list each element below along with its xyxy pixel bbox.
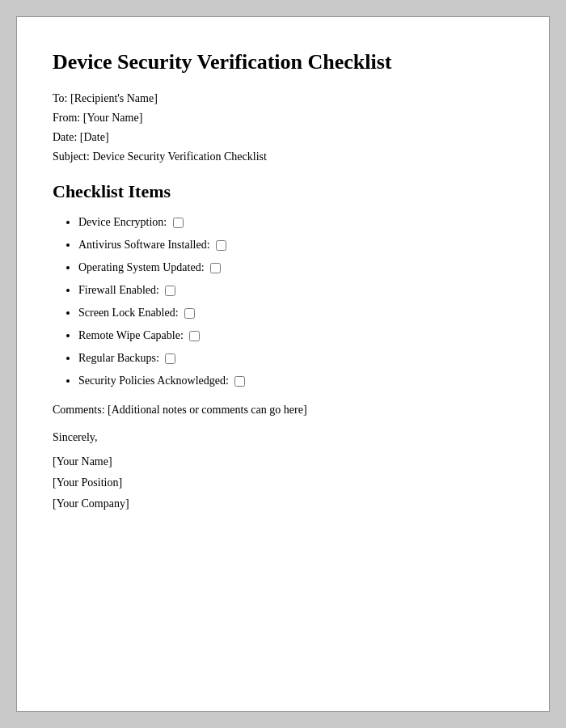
checkbox-remote-wipe[interactable] [189,331,200,341]
list-item: Firewall Enabled: [78,281,513,298]
item-label: Device Encryption: [78,216,167,228]
item-label: Operating System Updated: [78,261,205,273]
item-label: Antivirus Software Installed: [78,239,210,251]
list-item: Remote Wipe Capable: [78,327,513,344]
list-item: Device Encryption: [78,214,513,231]
document-title: Device Security Verification Checklist [53,49,513,74]
checkbox-device-encryption[interactable] [173,218,184,228]
checkbox-antivirus[interactable] [216,240,226,251]
list-item: Screen Lock Enabled: [78,304,513,321]
date-field: Date: [Date] [53,131,513,144]
checkbox-screen-lock[interactable] [184,308,195,319]
closing: Sincerely, [53,431,513,444]
from-field: From: [Your Name] [53,112,513,125]
signature-company: [Your Company] [53,497,513,510]
list-item: Operating System Updated: [78,259,513,276]
item-label: Remote Wipe Capable: [78,329,184,341]
subject-field: Subject: Device Security Verification Ch… [53,150,513,163]
list-item: Antivirus Software Installed: [78,236,513,253]
to-field: To: [Recipient's Name] [53,92,513,105]
checklist-heading: Checklist Items [53,181,513,202]
checkbox-os-updated[interactable] [210,263,221,273]
comments-field: Comments: [Additional notes or comments … [53,404,513,417]
list-item: Regular Backups: [78,349,513,366]
document: Device Security Verification Checklist T… [16,16,550,712]
checkbox-backups[interactable] [165,353,175,364]
checkbox-security-policies[interactable] [234,376,245,387]
checkbox-firewall[interactable] [165,286,175,296]
item-label: Regular Backups: [78,352,159,364]
item-label: Screen Lock Enabled: [78,307,179,319]
item-label: Firewall Enabled: [78,284,159,296]
signature-position: [Your Position] [53,476,513,489]
checklist-list: Device Encryption: Antivirus Software In… [53,214,513,389]
item-label: Security Policies Acknowledged: [78,375,229,387]
list-item: Security Policies Acknowledged: [78,372,513,389]
signature-name: [Your Name] [53,455,513,468]
